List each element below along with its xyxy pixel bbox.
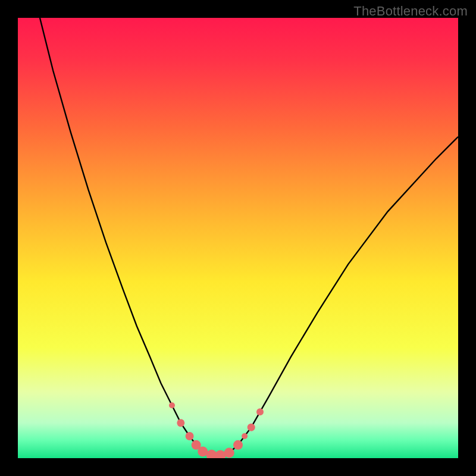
dip-marker	[224, 448, 234, 458]
chart-frame: TheBottleneck.com	[0, 0, 476, 476]
chart-svg	[18, 18, 458, 458]
watermark-label: TheBottleneck.com	[353, 4, 468, 19]
plot-area	[18, 18, 458, 458]
dip-marker	[233, 440, 243, 450]
dip-marker	[248, 424, 255, 431]
dip-marker	[242, 433, 248, 439]
dip-marker	[169, 402, 175, 408]
dip-marker	[186, 432, 194, 440]
dip-marker	[177, 419, 184, 427]
dip-marker	[256, 408, 264, 415]
gradient-background	[18, 18, 458, 458]
